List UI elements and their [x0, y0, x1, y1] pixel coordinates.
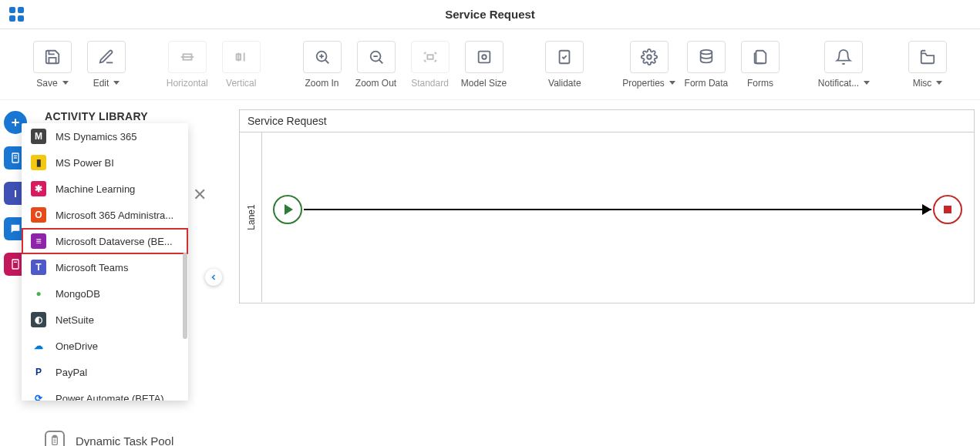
- integration-label: OneDrive: [56, 340, 98, 352]
- integration-item[interactable]: ⟳Power Automate (BETA): [22, 385, 188, 401]
- save-button[interactable]: Save: [31, 41, 74, 89]
- zoom-out-icon: [357, 41, 396, 73]
- integration-item[interactable]: ●MongoDB: [22, 280, 188, 307]
- validate-button[interactable]: Validate: [543, 41, 586, 89]
- zoom-standard-icon: [411, 41, 450, 73]
- stop-icon: [944, 206, 951, 213]
- dynamic-task-pool-label: Dynamic Task Pool: [76, 434, 173, 447]
- close-icon[interactable]: ✕: [193, 185, 207, 205]
- model-size-icon: [465, 41, 503, 73]
- svg-point-16: [647, 55, 652, 59]
- forms-button[interactable]: Forms: [739, 41, 782, 89]
- integration-icon: T: [31, 260, 46, 275]
- integration-item[interactable]: PPayPal: [22, 359, 188, 385]
- align-vertical-icon: [222, 41, 261, 73]
- properties-button[interactable]: Properties: [624, 41, 674, 89]
- integration-icon: P: [31, 364, 46, 380]
- zoom-standard-button: Standard: [409, 41, 452, 89]
- integration-label: NetSuite: [56, 314, 94, 326]
- integration-icon: ▮: [31, 155, 46, 170]
- align-horizontal-button: Horizontal: [166, 41, 209, 89]
- zoom-out-button[interactable]: Zoom Out: [355, 41, 398, 89]
- validate-icon: [545, 41, 584, 73]
- edit-button[interactable]: Edit: [85, 41, 128, 89]
- integration-icon: O: [31, 207, 46, 223]
- validate-label: Validate: [548, 78, 581, 89]
- integration-item[interactable]: TMicrosoft Teams: [22, 254, 188, 280]
- integration-item[interactable]: ✱Machine Learning: [22, 176, 188, 202]
- arrow-head-icon: [922, 204, 931, 215]
- collapse-sidebar-button[interactable]: [205, 269, 222, 286]
- lane-body[interactable]: [262, 132, 973, 302]
- end-node[interactable]: [933, 195, 962, 224]
- misc-button[interactable]: Misc: [906, 41, 949, 89]
- bell-icon: [824, 41, 863, 73]
- integration-label: Microsoft 365 Administra...: [56, 210, 173, 221]
- flow-connector[interactable]: [304, 209, 931, 210]
- form-data-label: Form Data: [685, 78, 729, 89]
- integration-item[interactable]: OMicrosoft 365 Administra...: [22, 202, 188, 228]
- toolbar: Save Edit Horizontal Vertical Zoom In Zo…: [0, 29, 980, 100]
- apps-icon[interactable]: [9, 7, 24, 22]
- svg-line-6: [325, 59, 328, 63]
- svg-point-17: [701, 49, 712, 54]
- svg-line-10: [379, 59, 382, 63]
- zoom-in-label: Zoom In: [305, 78, 339, 89]
- integration-label: MS Power BI: [56, 157, 114, 169]
- top-header: Service Request: [0, 0, 980, 29]
- integration-label: MongoDB: [56, 288, 100, 300]
- clipboard-icon: [45, 431, 65, 446]
- svg-rect-12: [427, 55, 433, 59]
- dynamic-task-pool-item[interactable]: Dynamic Task Pool: [45, 431, 173, 446]
- lane-header[interactable]: Lane1: [241, 132, 262, 302]
- notifications-label: Notificat...: [818, 78, 870, 89]
- model-size-label: Model Size: [461, 78, 507, 89]
- align-vertical-button: Vertical: [220, 41, 263, 89]
- lane-label: Lane1: [246, 204, 257, 230]
- zoom-in-icon: [303, 41, 342, 73]
- database-icon: [687, 41, 726, 73]
- integration-item[interactable]: ☁OneDrive: [22, 333, 188, 359]
- integration-icon: ⟳: [31, 391, 46, 401]
- integration-label: Power Automate (BETA): [56, 393, 164, 401]
- integration-label: Machine Learning: [56, 183, 135, 195]
- sidebar-heading: ACTIVITY LIBRARY: [31, 111, 208, 122]
- svg-rect-23: [12, 260, 19, 269]
- integration-dropdown: MMS Dynamics 365▮MS Power BI✱Machine Lea…: [22, 123, 188, 401]
- zoom-out-label: Zoom Out: [355, 78, 396, 89]
- integration-item[interactable]: ▮MS Power BI: [22, 149, 188, 176]
- integration-icon: ●: [31, 286, 46, 301]
- canvas-title: Service Request: [240, 110, 974, 132]
- zoom-standard-label: Standard: [411, 78, 449, 89]
- align-horizontal-label: Horizontal: [167, 78, 208, 89]
- integration-item[interactable]: ◐NetSuite: [22, 307, 188, 333]
- integration-item[interactable]: MMS Dynamics 365: [22, 123, 188, 149]
- save-label: Save: [36, 78, 68, 89]
- integration-icon: ≡: [31, 233, 46, 249]
- integration-icon: M: [31, 129, 46, 144]
- integration-icon: ☁: [31, 338, 46, 354]
- misc-label: Misc: [913, 78, 943, 89]
- forms-icon: [741, 41, 780, 73]
- scrollbar[interactable]: [183, 253, 187, 339]
- integration-label: MS Dynamics 365: [56, 131, 136, 143]
- forms-label: Forms: [747, 78, 773, 89]
- start-node[interactable]: [273, 195, 302, 224]
- folder-icon: [908, 41, 947, 73]
- integration-icon: ✱: [31, 181, 46, 196]
- model-size-button[interactable]: Model Size: [463, 41, 506, 89]
- form-data-button[interactable]: Form Data: [685, 41, 728, 89]
- align-vertical-label: Vertical: [226, 78, 256, 89]
- gear-icon: [630, 41, 668, 73]
- integration-item[interactable]: ≡Microsoft Dataverse (BE...: [22, 228, 188, 254]
- zoom-in-button[interactable]: Zoom In: [301, 41, 344, 89]
- save-icon: [33, 41, 72, 73]
- integration-label: Microsoft Dataverse (BE...: [56, 236, 173, 247]
- page-title: Service Request: [445, 8, 535, 21]
- play-icon: [285, 204, 293, 215]
- svg-point-14: [482, 55, 487, 59]
- svg-rect-13: [478, 51, 490, 62]
- process-canvas[interactable]: Service Request Lane1: [239, 109, 975, 303]
- notifications-button[interactable]: Notificat...: [820, 41, 869, 89]
- edit-icon: [87, 41, 126, 73]
